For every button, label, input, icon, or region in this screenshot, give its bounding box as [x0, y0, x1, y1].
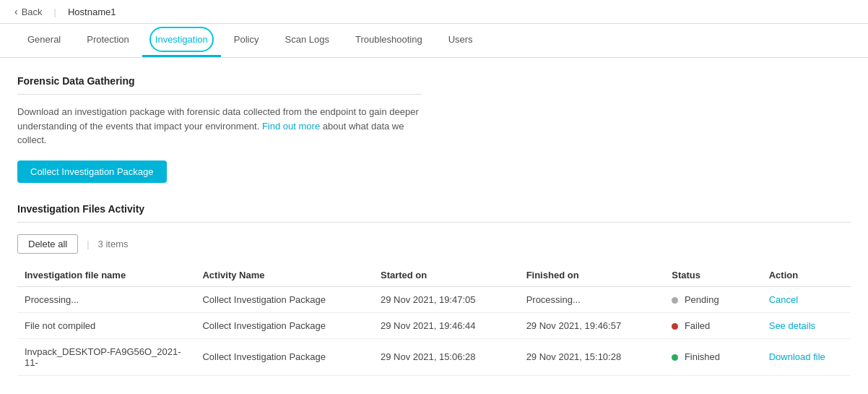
table-row: Invpack_DESKTOP-FA9G56O_2021-11- Collect…	[17, 338, 851, 375]
status-dot-icon	[672, 323, 678, 330]
activity-section-title: Investigation Files Activity	[17, 203, 851, 223]
tab-protection[interactable]: Protection	[74, 24, 142, 57]
cell-action[interactable]: Cancel	[762, 286, 851, 312]
tab-investigation[interactable]: Investigation	[142, 24, 221, 57]
cell-status: Pending	[664, 286, 761, 312]
cell-name: File not compiled	[17, 312, 195, 338]
cell-name: Processing...	[17, 286, 195, 312]
back-button[interactable]: ‹ Back	[14, 6, 43, 17]
back-arrow-icon: ‹	[14, 6, 18, 17]
cell-name: Invpack_DESKTOP-FA9G56O_2021-11-	[17, 338, 195, 375]
find-out-more-link[interactable]: Find out more	[262, 121, 320, 132]
controls-divider: |	[87, 239, 89, 249]
col-header-action: Action	[762, 264, 851, 287]
forensic-description: Download an investigation package with f…	[17, 105, 422, 147]
action-link[interactable]: Cancel	[769, 294, 798, 305]
tab-scan-logs[interactable]: Scan Logs	[272, 24, 342, 57]
table-row: File not compiled Collect Investigation …	[17, 312, 851, 338]
action-link[interactable]: See details	[769, 320, 815, 331]
cell-finished: 29 Nov 2021, 19:46:57	[519, 312, 665, 338]
tab-users[interactable]: Users	[435, 24, 486, 57]
status-dot-icon	[672, 354, 678, 361]
collect-investigation-button[interactable]: Collect Investigation Package	[17, 160, 167, 183]
hostname: Hostname1	[68, 7, 116, 17]
action-link[interactable]: Download file	[769, 351, 825, 362]
table-controls: Delete all | 3 items	[17, 234, 851, 254]
main-content: Forensic Data Gathering Download an inve…	[0, 58, 868, 393]
cell-activity: Collect Investigation Package	[195, 312, 373, 338]
table-row: Processing... Collect Investigation Pack…	[17, 286, 851, 312]
cell-finished: 29 Nov 2021, 15:10:28	[519, 338, 665, 375]
tab-bar: General Protection Investigation Policy …	[0, 24, 868, 58]
tab-troubleshooting[interactable]: Troubleshooting	[342, 24, 435, 57]
status-label: Finished	[685, 351, 720, 362]
cell-activity: Collect Investigation Package	[195, 338, 373, 375]
cell-started: 29 Nov 2021, 19:46:44	[373, 312, 519, 338]
cell-finished: Processing...	[519, 286, 665, 312]
cell-action[interactable]: See details	[762, 312, 851, 338]
cell-started: 29 Nov 2021, 19:47:05	[373, 286, 519, 312]
delete-all-button[interactable]: Delete all	[17, 234, 78, 254]
tab-policy[interactable]: Policy	[221, 24, 272, 57]
cell-activity: Collect Investigation Package	[195, 286, 373, 312]
col-header-activity: Activity Name	[195, 264, 373, 287]
status-label: Failed	[685, 320, 710, 331]
forensic-section-title: Forensic Data Gathering	[17, 75, 422, 95]
tab-general[interactable]: General	[14, 24, 74, 57]
status-label: Pending	[685, 294, 719, 305]
col-header-status: Status	[664, 264, 761, 287]
col-header-started: Started on	[373, 264, 519, 287]
back-label: Back	[22, 7, 43, 17]
cell-status: Finished	[664, 338, 761, 375]
col-header-name: Investigation file name	[17, 264, 195, 287]
cell-status: Failed	[664, 312, 761, 338]
separator: |	[54, 7, 56, 17]
status-dot-icon	[672, 297, 678, 304]
item-count: 3 items	[98, 239, 129, 249]
cell-action[interactable]: Download file	[762, 338, 851, 375]
col-header-finished: Finished on	[519, 264, 665, 287]
activity-table: Investigation file name Activity Name St…	[17, 264, 851, 376]
cell-started: 29 Nov 2021, 15:06:28	[373, 338, 519, 375]
